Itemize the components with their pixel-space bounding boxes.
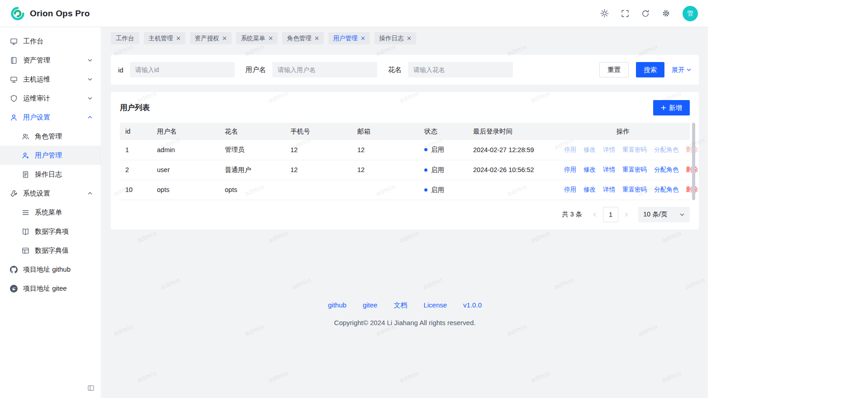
refresh-icon[interactable] xyxy=(641,10,650,18)
chevron-down-icon xyxy=(87,77,93,82)
watermark-text: admin xyxy=(529,229,551,244)
field-label: id xyxy=(118,66,123,74)
action-detail-button[interactable]: 详情 xyxy=(603,186,615,193)
sidebar-item-label: 角色管理 xyxy=(35,132,62,141)
sidebar-item-github[interactable]: 项目地址 github xyxy=(0,260,101,279)
action-edit-button[interactable]: 修改 xyxy=(583,146,596,153)
table-header-row: id 用户名 花名 手机号 邮箱 状态 最后登录时间 操作 xyxy=(120,123,690,140)
sidebar-item-role-management[interactable]: 角色管理 xyxy=(0,127,101,146)
column-header-username: 用户名 xyxy=(152,123,219,140)
action-assign-role-button[interactable]: 分配角色 xyxy=(654,186,678,193)
tab-host-management[interactable]: 主机管理 xyxy=(144,32,185,44)
cell-status: 启用 xyxy=(419,160,468,180)
close-icon[interactable] xyxy=(223,36,227,40)
sidebar-item-gitee[interactable]: 项目地址 gitee xyxy=(0,279,101,298)
table-row: 10 opts opts 启用 停用 修改 详情 重置密码 xyxy=(120,180,690,200)
search-field-nickname: 花名 xyxy=(388,62,513,77)
tab-workbench[interactable]: 工作台 xyxy=(111,32,139,44)
page-size-select[interactable]: 10 条/页 xyxy=(638,207,690,222)
action-assign-role-button[interactable]: 分配角色 xyxy=(654,166,678,173)
column-header-phone: 手机号 xyxy=(285,123,352,140)
sidebar-item-user-settings[interactable]: 用户设置 xyxy=(0,108,101,127)
search-button[interactable]: 搜索 xyxy=(636,62,664,77)
user-settings-icon xyxy=(10,114,18,121)
plus-icon xyxy=(661,105,666,110)
action-reset-password-button[interactable]: 重置密码 xyxy=(622,186,647,193)
id-input[interactable] xyxy=(130,62,235,77)
watermark-text: admin xyxy=(267,229,289,244)
page-number-button[interactable]: 1 xyxy=(603,207,618,222)
next-page-icon[interactable] xyxy=(621,209,632,220)
footer-link-github[interactable]: github xyxy=(328,301,346,310)
action-edit-button[interactable]: 修改 xyxy=(583,186,596,193)
footer-link-gitee[interactable]: gitee xyxy=(363,301,378,310)
search-field-username: 用户名 xyxy=(246,62,377,77)
table-row: 2 user 普通用户 12 12 启用 2024-02-26 10:56:52… xyxy=(120,160,690,180)
cell-status: 启用 xyxy=(419,180,468,200)
watermark-text: admin xyxy=(529,369,551,384)
tab-operation-log[interactable]: 操作日志 xyxy=(375,32,416,44)
column-header-id: id xyxy=(120,123,152,140)
search-actions: 重置 搜索 展开 xyxy=(599,62,692,77)
sidebar-item-host-ops[interactable]: 主机运维 xyxy=(0,70,101,89)
tab-user-management[interactable]: 用户管理 xyxy=(328,32,370,44)
username-input[interactable] xyxy=(272,62,377,77)
role-icon xyxy=(22,133,29,140)
close-icon[interactable] xyxy=(315,36,319,40)
sidebar-item-ops-audit[interactable]: 运维审计 xyxy=(0,89,101,108)
footer-link-license[interactable]: License xyxy=(423,301,447,310)
cell-id: 1 xyxy=(120,140,152,160)
action-detail-button[interactable]: 详情 xyxy=(603,146,615,153)
action-detail-button[interactable]: 详情 xyxy=(603,166,615,173)
settings-gear-icon[interactable] xyxy=(662,9,670,18)
action-reset-password-button[interactable]: 重置密码 xyxy=(622,146,647,153)
tab-label: 操作日志 xyxy=(379,34,404,43)
table-wrapper: id 用户名 花名 手机号 邮箱 状态 最后登录时间 操作 1 xyxy=(120,123,690,200)
action-reset-password-button[interactable]: 重置密码 xyxy=(622,166,647,173)
cell-username: opts xyxy=(152,180,219,200)
fullscreen-icon[interactable] xyxy=(621,10,629,18)
chevron-down-icon xyxy=(87,96,93,101)
action-edit-button[interactable]: 修改 xyxy=(583,166,596,173)
footer-link-version[interactable]: v1.0.0 xyxy=(463,301,482,310)
sidebar-item-operation-log[interactable]: 操作日志 xyxy=(0,165,101,184)
cell-actions: 停用 修改 详情 重置密码 分配角色 删除 xyxy=(556,180,690,200)
tab-role-management[interactable]: 角色管理 xyxy=(282,32,324,44)
close-icon[interactable] xyxy=(361,36,365,40)
vertical-scrollbar[interactable] xyxy=(692,123,695,200)
action-disable-button[interactable]: 停用 xyxy=(564,166,576,173)
close-icon[interactable] xyxy=(176,36,180,40)
tab-label: 工作台 xyxy=(116,34,134,43)
watermark-text: admin xyxy=(290,276,313,291)
footer-links: github gitee 文档 License v1.0.0 xyxy=(102,301,708,310)
user-avatar[interactable]: 管 xyxy=(683,6,698,21)
sidebar-item-system-settings[interactable]: 系统设置 xyxy=(0,184,101,203)
reset-button[interactable]: 重置 xyxy=(599,62,629,77)
action-disable-button[interactable]: 停用 xyxy=(564,146,576,153)
sidebar-item-label: 数据字典值 xyxy=(35,246,69,255)
action-disable-button[interactable]: 停用 xyxy=(564,186,576,193)
nickname-input[interactable] xyxy=(408,62,513,77)
sidebar-item-asset-management[interactable]: 资产管理 xyxy=(0,51,101,70)
main-content: 工作台 主机管理 资产授权 系统菜单 角色管理 用户管理 xyxy=(102,27,708,398)
sidebar-item-user-management[interactable]: 用户管理 xyxy=(0,146,101,165)
tab-system-menu[interactable]: 系统菜单 xyxy=(236,32,278,44)
expand-toggle[interactable]: 展开 xyxy=(672,66,692,74)
action-assign-role-button[interactable]: 分配角色 xyxy=(654,146,678,153)
sidebar-item-workbench[interactable]: 工作台 xyxy=(0,32,101,51)
sidebar-item-system-menu[interactable]: 系统菜单 xyxy=(0,203,101,222)
pagination: 共 3 条 1 10 条/页 xyxy=(120,207,690,222)
footer-link-docs[interactable]: 文档 xyxy=(394,301,407,310)
prev-page-icon[interactable] xyxy=(589,209,600,220)
close-icon[interactable] xyxy=(407,36,411,40)
add-user-button[interactable]: 新增 xyxy=(653,100,690,115)
sidebar-item-dict-value[interactable]: 数据字典值 xyxy=(0,241,101,260)
column-header-nickname: 花名 xyxy=(219,123,285,140)
tab-asset-authorization[interactable]: 资产授权 xyxy=(190,32,232,44)
sidebar-collapse-icon[interactable] xyxy=(87,384,95,392)
close-icon[interactable] xyxy=(269,36,273,40)
theme-toggle-icon[interactable] xyxy=(600,9,609,18)
sidebar-item-dict-item[interactable]: 数据字典项 xyxy=(0,222,101,241)
sidebar-item-label: 操作日志 xyxy=(35,170,62,179)
column-header-status: 状态 xyxy=(419,123,468,140)
